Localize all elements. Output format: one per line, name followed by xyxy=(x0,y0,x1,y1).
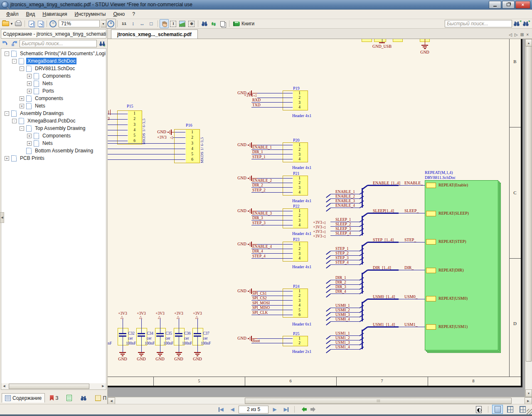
tree-item[interactable]: - Top Assembly Drawing xyxy=(1,125,106,132)
menu-item[interactable]: Файл xyxy=(2,10,22,18)
document-view[interactable]: GND_USB GND P15 123456 xyxy=(108,39,525,397)
sidebar-hscrollbar[interactable]: ◀ ▶ xyxy=(1,383,106,390)
tree-item-label[interactable]: Nets xyxy=(41,80,54,87)
tree-item-label[interactable]: DRV8811.SchDoc xyxy=(34,65,76,72)
tree-item[interactable]: + Ports xyxy=(1,87,106,95)
zoom-out-button[interactable]: − xyxy=(49,19,58,28)
swap-button[interactable]: ⇆ xyxy=(209,19,218,28)
tree-item-label[interactable]: Components xyxy=(34,95,64,102)
tree-item-label[interactable]: Ports xyxy=(41,88,55,94)
tree-item-label[interactable]: Nets xyxy=(34,103,47,109)
tree-item[interactable]: + Components xyxy=(1,95,106,102)
tree-expander[interactable]: + xyxy=(20,104,24,108)
open-button[interactable]: ▼ xyxy=(2,19,14,28)
find-next-button[interactable]: ▸ xyxy=(521,19,530,28)
zoom-level-combo[interactable]: 71% xyxy=(59,20,100,27)
books-button[interactable]: Книги xyxy=(231,19,256,28)
tree-item-label[interactable]: PCB Prints xyxy=(19,155,46,162)
tree-item-label[interactable]: Bottom Assembly Drawing xyxy=(34,147,94,154)
tree-expander[interactable]: - xyxy=(20,126,24,131)
history-forward-button[interactable] xyxy=(309,406,319,414)
tab-close-button[interactable]: × xyxy=(526,32,529,37)
tab-contents[interactable]: Содержание xyxy=(2,393,45,403)
page-indicator[interactable]: 2 из 5 xyxy=(239,406,268,414)
sheet-symbol-drv8811[interactable]: REPEAT(Enable)REPEAT(SLEEP)REPEAT(STEP)R… xyxy=(425,180,498,350)
tree-expander[interactable]: + xyxy=(27,81,32,86)
title-bar[interactable]: jtronics_xmega_tinyg_schematic.pdf - STD… xyxy=(0,0,532,10)
find-previous-button[interactable]: ◂ xyxy=(512,19,521,28)
tree-item[interactable]: + Components xyxy=(1,132,106,139)
expand-tree-button[interactable] xyxy=(1,40,9,47)
tree-item-label[interactable]: XmegaBoard.PcbDoc xyxy=(26,117,76,124)
search-button[interactable] xyxy=(200,19,209,28)
history-back-button[interactable] xyxy=(298,406,308,414)
rotate-right-button[interactable]: ↷ xyxy=(36,19,45,28)
fit-page-button[interactable]: □ xyxy=(147,19,156,28)
tree-expander[interactable]: + xyxy=(27,134,32,138)
tree-item[interactable]: - Assembly Drawings xyxy=(1,110,106,117)
tab-thumbnails[interactable] xyxy=(63,393,75,403)
tree-expander[interactable]: + xyxy=(5,156,9,161)
rotate-left-button[interactable]: ↶ xyxy=(27,19,36,28)
tree-item[interactable]: Bottom Assembly Drawing xyxy=(1,147,106,154)
menu-item[interactable]: Окно xyxy=(109,10,128,18)
tree-item-label[interactable]: Components xyxy=(41,132,72,139)
tree-item[interactable]: - XmegaBoard.SchDoc xyxy=(1,57,106,65)
tree-item[interactable]: + Nets xyxy=(1,102,106,110)
tree-expander[interactable]: + xyxy=(27,141,32,146)
tree-item-label[interactable]: Schematic Prints("All Documents",Logi xyxy=(19,50,106,57)
image-select-button[interactable] xyxy=(178,19,187,28)
tab-search[interactable] xyxy=(77,393,90,403)
tree-expander[interactable]: - xyxy=(20,66,24,71)
tree-expander[interactable]: + xyxy=(27,89,32,93)
panel-collapse-button[interactable]: ◀ xyxy=(0,212,4,223)
tab-list-button[interactable]: ⊞ xyxy=(520,32,524,37)
tree-item-label[interactable]: Assembly Drawings xyxy=(19,110,65,117)
last-page-button[interactable]: ▶ xyxy=(281,406,291,414)
tab-fields[interactable]: П xyxy=(92,393,110,403)
tree-item[interactable]: + Nets xyxy=(1,139,106,147)
zoom-region-button[interactable]: ⊕ xyxy=(187,19,196,28)
tree-item[interactable]: + PCB Prints xyxy=(1,154,106,162)
tree-item[interactable]: - XmegaBoard.PcbDoc xyxy=(1,117,106,125)
quad-view-button[interactable] xyxy=(505,405,515,414)
tree-item[interactable]: + Components xyxy=(1,72,106,80)
actual-size-button[interactable]: 1:1 xyxy=(119,19,128,28)
print-button[interactable] xyxy=(14,19,23,28)
menu-item[interactable]: Навигация xyxy=(39,10,71,18)
fit-height-button[interactable]: ↕ xyxy=(128,19,138,28)
tab-scroll-right-button[interactable]: ▷ xyxy=(515,32,518,37)
tree-item-label[interactable]: Top Assembly Drawing xyxy=(34,125,86,132)
quick-search-input[interactable] xyxy=(445,20,512,27)
tab-scroll-left-button[interactable]: ◁ xyxy=(509,32,512,37)
resize-grip[interactable] xyxy=(527,409,532,414)
tree-expander[interactable]: + xyxy=(27,74,32,78)
minimize-button[interactable] xyxy=(489,1,501,9)
next-page-button[interactable]: ▶ xyxy=(270,406,280,414)
close-button[interactable]: × xyxy=(515,1,530,9)
zoom-combo-caret[interactable]: ▼ xyxy=(101,20,106,27)
scrollbar-thumb[interactable] xyxy=(9,384,89,389)
tree-item-label[interactable]: XmegaBoard.SchDoc xyxy=(26,58,76,64)
tree-expander[interactable]: + xyxy=(20,96,24,101)
tree-item-label[interactable]: Nets xyxy=(41,140,54,147)
menu-item[interactable]: ? xyxy=(128,10,139,18)
fit-width-button[interactable]: ↔ xyxy=(138,19,147,28)
tree-item-label[interactable]: Components xyxy=(41,73,72,79)
menu-item[interactable]: Инструменты xyxy=(71,10,110,18)
tree-item[interactable]: - Schematic Prints("All Documents",Logi xyxy=(1,50,106,57)
document-tab[interactable]: jtronics_xmeg..._schematic.pdf xyxy=(111,29,198,39)
zoom-in-button[interactable]: + xyxy=(106,19,116,28)
tree-item[interactable]: - DRV8811.SchDoc xyxy=(1,65,106,72)
invert-colors-button[interactable] xyxy=(473,405,484,414)
scrollbar-thumb[interactable] xyxy=(245,398,512,404)
sidebar-find-button[interactable] xyxy=(98,40,106,47)
tab-bookmarks[interactable]: З xyxy=(47,393,62,403)
vertical-scrollbar[interactable]: ▲ ▼ xyxy=(525,39,532,397)
horizontal-scrollbar[interactable]: ◀ ▶ xyxy=(108,397,532,404)
hand-tool-button[interactable] xyxy=(160,19,169,28)
menu-item[interactable]: Вид xyxy=(22,10,39,18)
scrollbar-thumb[interactable] xyxy=(526,46,532,362)
collapse-tree-button[interactable] xyxy=(10,40,18,47)
copy-button[interactable] xyxy=(218,19,227,28)
